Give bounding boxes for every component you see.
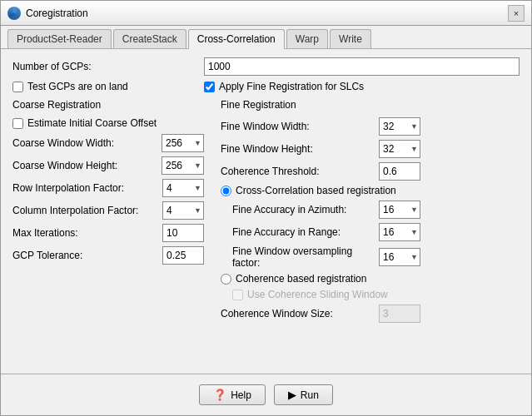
accuracy-azimuth-row: Fine Accuracy in Azimuth: 4 8 16 32 ▼ bbox=[232, 201, 520, 219]
tab-cross-correlation[interactable]: Cross-Correlation bbox=[188, 29, 285, 49]
gcp-tol-input[interactable] bbox=[162, 246, 204, 265]
apply-fine-row: Apply Fine Registration for SLCs bbox=[204, 81, 520, 92]
col-interp-row: Column Interpolation Factor: 2 4 8 16 ▼ bbox=[12, 201, 204, 220]
coarse-height-select[interactable]: 128 256 512 1024 bbox=[162, 156, 204, 175]
estimate-offset-checkbox[interactable] bbox=[12, 118, 23, 129]
fine-height-select-wrap: 16 32 64 128 ▼ bbox=[379, 140, 420, 158]
fine-width-select[interactable]: 16 32 64 128 bbox=[379, 117, 420, 136]
num-gcps-label: Number of GCPs: bbox=[12, 61, 204, 72]
fine-col: Fine Registration Fine Window Width: 16 … bbox=[221, 99, 520, 327]
coherence-window-label: Coherence Window Size: bbox=[221, 308, 379, 319]
accuracy-azimuth-label: Fine Accuracy in Azimuth: bbox=[232, 204, 379, 215]
fine-width-row: Fine Window Width: 16 32 64 128 ▼ bbox=[221, 117, 520, 136]
max-iter-label: Max Iterations: bbox=[12, 227, 162, 239]
row-interp-select-wrap: 2 4 8 16 ▼ bbox=[162, 179, 204, 197]
coherence-based-radio[interactable] bbox=[221, 274, 231, 285]
help-label: Help bbox=[231, 389, 251, 401]
oversampling-row: Fine Window oversampling factor: 4 8 16 … bbox=[232, 245, 520, 269]
tab-write[interactable]: Write bbox=[330, 29, 371, 48]
num-gcps-row: Number of GCPs: bbox=[12, 57, 520, 76]
estimate-offset-label: Estimate Initial Coarse Offset bbox=[27, 117, 157, 129]
coarse-width-select-wrap: 128 256 512 1024 ▼ bbox=[162, 134, 204, 152]
coherence-based-row: Coherence based registration bbox=[221, 273, 520, 285]
num-gcps-input[interactable] bbox=[204, 57, 520, 76]
tab-bar: ProductSet-Reader CreateStack Cross-Corr… bbox=[1, 26, 531, 49]
help-button[interactable]: ❓ Help bbox=[199, 384, 266, 405]
bottom-bar: ❓ Help ▶ Run bbox=[1, 374, 531, 415]
run-label: Run bbox=[301, 389, 319, 401]
coregistration-dialog: Coregistration × ProductSet-Reader Creat… bbox=[0, 0, 532, 416]
use-sliding-row: Use Coherence Sliding Window bbox=[232, 289, 520, 300]
coarse-width-label: Coarse Window Width: bbox=[12, 137, 162, 149]
cross-corr-radio[interactable] bbox=[221, 186, 231, 196]
test-gcps-label: Test GCPs are on land bbox=[27, 81, 128, 92]
max-iter-row: Max Iterations: bbox=[12, 224, 204, 242]
accuracy-range-label: Fine Accuracy in Range: bbox=[232, 226, 379, 238]
coarse-width-row: Coarse Window Width: 128 256 512 1024 ▼ bbox=[12, 134, 204, 152]
test-gcps-checkbox[interactable] bbox=[12, 82, 23, 92]
fine-height-label: Fine Window Height: bbox=[221, 143, 379, 155]
app-icon bbox=[7, 7, 21, 20]
cross-corr-row: Cross-Correlation based registration bbox=[221, 185, 520, 196]
oversampling-select[interactable]: 4 8 16 32 bbox=[379, 248, 420, 266]
use-sliding-checkbox[interactable] bbox=[232, 290, 243, 300]
tab-productset-reader[interactable]: ProductSet-Reader bbox=[7, 29, 112, 48]
coarse-height-row: Coarse Window Height: 128 256 512 1024 ▼ bbox=[12, 156, 204, 175]
gcp-tol-label: GCP Tolerance: bbox=[12, 250, 162, 261]
row-interp-select[interactable]: 2 4 8 16 bbox=[162, 179, 204, 197]
accuracy-range-select[interactable]: 4 8 16 32 bbox=[379, 223, 420, 241]
fine-title: Fine Registration bbox=[221, 99, 520, 111]
max-iter-input[interactable] bbox=[162, 224, 204, 242]
oversampling-label: Fine Window oversampling factor: bbox=[232, 245, 379, 269]
window-title: Coregistration bbox=[26, 7, 88, 19]
content-area: Number of GCPs: Test GCPs are on land Ap… bbox=[1, 49, 531, 374]
run-button[interactable]: ▶ Run bbox=[274, 384, 333, 405]
use-sliding-label: Use Coherence Sliding Window bbox=[247, 289, 388, 300]
row-interp-row: Row Interpolation Factor: 2 4 8 16 ▼ bbox=[12, 179, 204, 197]
coarse-col: Coarse Registration Estimate Initial Coa… bbox=[12, 99, 204, 327]
accuracy-range-select-wrap: 4 8 16 32 ▼ bbox=[379, 223, 420, 241]
coarse-height-label: Coarse Window Height: bbox=[12, 160, 162, 171]
coherence-thresh-label: Coherence Threshold: bbox=[221, 166, 379, 177]
col-interp-select[interactable]: 2 4 8 16 bbox=[162, 201, 204, 220]
gcp-tol-row: GCP Tolerance: bbox=[12, 246, 204, 265]
close-button[interactable]: × bbox=[508, 5, 525, 22]
fine-height-row: Fine Window Height: 16 32 64 128 ▼ bbox=[221, 140, 520, 158]
apply-fine-label: Apply Fine Registration for SLCs bbox=[219, 81, 364, 92]
cross-corr-label: Cross-Correlation based registration bbox=[236, 185, 396, 196]
coarse-title: Coarse Registration bbox=[12, 99, 204, 111]
accuracy-azimuth-select[interactable]: 4 8 16 32 bbox=[379, 201, 420, 219]
two-cols: Coarse Registration Estimate Initial Coa… bbox=[12, 99, 520, 327]
estimate-offset-row: Estimate Initial Coarse Offset bbox=[12, 117, 204, 129]
coherence-window-row: Coherence Window Size: bbox=[221, 305, 520, 323]
row-interp-label: Row Interpolation Factor: bbox=[12, 182, 162, 194]
col-interp-label: Column Interpolation Factor: bbox=[12, 205, 162, 216]
run-icon: ▶ bbox=[288, 389, 296, 401]
coherence-based-label: Coherence based registration bbox=[236, 273, 366, 285]
apply-fine-checkbox[interactable] bbox=[204, 82, 215, 92]
fine-width-select-wrap: 16 32 64 128 ▼ bbox=[379, 117, 420, 136]
coherence-thresh-row: Coherence Threshold: bbox=[221, 162, 520, 181]
fine-height-select[interactable]: 16 32 64 128 bbox=[379, 140, 420, 158]
oversampling-select-wrap: 4 8 16 32 ▼ bbox=[379, 248, 420, 266]
tab-warp[interactable]: Warp bbox=[286, 29, 328, 48]
help-icon: ❓ bbox=[213, 389, 226, 401]
title-bar: Coregistration × bbox=[1, 1, 531, 26]
coherence-thresh-input[interactable] bbox=[379, 162, 420, 181]
col-interp-select-wrap: 2 4 8 16 ▼ bbox=[162, 201, 204, 220]
fine-width-label: Fine Window Width: bbox=[221, 121, 379, 132]
coherence-window-input[interactable] bbox=[379, 305, 420, 323]
title-bar-left: Coregistration bbox=[7, 7, 88, 20]
accuracy-azimuth-select-wrap: 4 8 16 32 ▼ bbox=[379, 201, 420, 219]
accuracy-range-row: Fine Accuracy in Range: 4 8 16 32 ▼ bbox=[232, 223, 520, 241]
coarse-height-select-wrap: 128 256 512 1024 ▼ bbox=[162, 156, 204, 175]
tab-createstack[interactable]: CreateStack bbox=[113, 29, 186, 48]
coarse-width-select[interactable]: 128 256 512 1024 bbox=[162, 134, 204, 152]
